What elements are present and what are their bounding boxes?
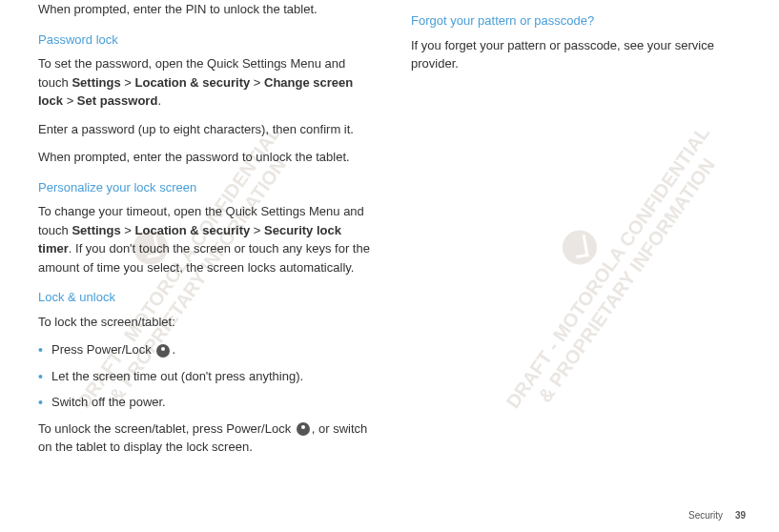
intro-text: When prompted, enter the PIN to unlock t… [38,0,378,19]
heading-personalize: Personalize your lock screen [38,178,378,197]
power-lock-icon [297,422,310,436]
password-enter-text: Enter a password (up to eight characters… [38,120,378,139]
footer-section: Security [688,510,723,521]
list-item: Let the screen time out (don't press any… [38,367,378,386]
unlock-instructions: To unlock the screen/tablet, press Power… [38,419,378,457]
forgot-text: If you forget your pattern or passcode, … [411,36,750,73]
list-item: Press Power/Lock . [38,340,378,359]
lock-intro: To lock the screen/tablet: [38,313,378,332]
power-lock-icon [156,344,170,358]
column-left: When prompted, enter the PIN to unlock t… [38,0,378,532]
personalize-instructions: To change your timeout, open the Quick S… [38,202,378,276]
lock-list: Press Power/Lock . Let the screen time o… [38,340,378,412]
footer-page-number: 39 [735,510,746,521]
page-footer: Security 39 [688,508,746,522]
column-right: Forgot your pattern or passcode? If you … [411,0,750,532]
password-lock-instructions: To set the password, open the Quick Sett… [38,54,378,111]
password-prompt-text: When prompted, enter the password to unl… [38,148,378,167]
heading-password-lock: Password lock [38,31,378,50]
page-content: When prompted, enter the PIN to unlock t… [0,0,779,532]
list-item: Switch off the power. [38,393,378,412]
heading-forgot: Forgot your pattern or passcode? [411,11,750,31]
heading-lock-unlock: Lock & unlock [38,288,378,307]
